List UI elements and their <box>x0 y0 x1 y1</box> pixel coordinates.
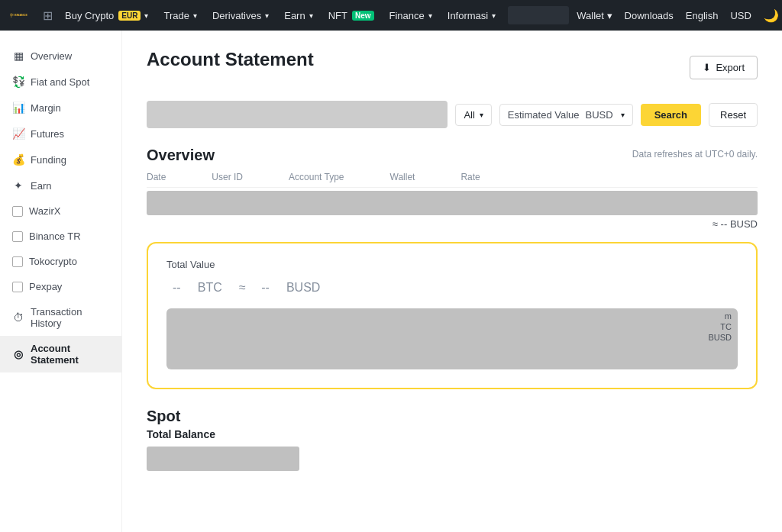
nav-derivatives[interactable]: Derivatives ▾ <box>206 10 275 21</box>
sidebar-item-overview[interactable]: ▦ Overview <box>0 43 121 69</box>
overview-row-placeholder <box>147 191 758 215</box>
total-value-data-placeholder <box>166 308 738 369</box>
svg-text:BINANCE: BINANCE <box>15 14 27 17</box>
sidebar-item-funding[interactable]: 💰 Funding <box>0 147 121 172</box>
futures-icon: 📈 <box>12 127 24 140</box>
search-button[interactable]: Search <box>641 104 701 126</box>
sidebar-item-label: Pexpay <box>29 281 62 292</box>
margin-icon: 📊 <box>12 102 24 114</box>
top-nav: BINANCE ⊞ Buy Crypto EUR ▾ Trade ▾ Deriv… <box>0 0 782 31</box>
busd-label: BUSD <box>286 281 320 294</box>
chevron-down-icon: ▾ <box>621 111 625 119</box>
spot-section: Spot Total Balance <box>147 408 758 471</box>
earn-icon: ✦ <box>12 179 24 192</box>
new-badge: New <box>352 11 374 21</box>
placeholder-m: m <box>725 311 732 321</box>
nav-right-group: Wallet ▾ Downloads English USD 🌙 <box>508 6 782 24</box>
export-button[interactable]: ⬇ Export <box>690 56 758 79</box>
nav-english[interactable]: English <box>681 10 723 21</box>
placeholder-tc: TC <box>720 322 732 331</box>
sidebar-item-pexpay[interactable]: Pexpay <box>0 274 121 299</box>
svg-marker-7 <box>11 16 11 17</box>
btc-label: BTC <box>198 281 222 294</box>
overview-table-header: Date User ID Account Type Wallet Rate <box>147 167 758 188</box>
nav-downloads[interactable]: Downloads <box>620 10 678 21</box>
chevron-icon: ▾ <box>144 11 148 20</box>
chevron-icon: ▾ <box>309 11 313 20</box>
btc-amount: -- <box>173 281 181 294</box>
sidebar-item-label: Tokocrypto <box>29 256 77 267</box>
overview-section-title: Overview <box>147 147 215 164</box>
approx-symbol: ≈ <box>239 281 249 294</box>
nav-trade[interactable]: Trade ▾ <box>157 10 202 21</box>
sidebar-item-label: Transaction History <box>31 306 109 329</box>
sidebar-item-label: Futures <box>31 128 64 140</box>
wazirx-icon <box>12 206 23 217</box>
estimated-value-filter[interactable]: Estimated Value BUSD ▾ <box>499 104 633 126</box>
sidebar-item-label: Earn <box>31 180 51 192</box>
data-refresh-note: Data refreshes at UTC+0 daily. <box>632 149 758 160</box>
nav-buy-crypto[interactable]: Buy Crypto EUR ▾ <box>59 10 154 21</box>
overview-icon: ▦ <box>12 50 24 62</box>
theme-toggle-icon[interactable]: 🌙 <box>759 8 782 23</box>
filter-row: All ▾ Estimated Value BUSD ▾ Search Rese… <box>147 101 758 128</box>
sidebar-item-futures[interactable]: 📈 Futures <box>0 121 121 147</box>
sidebar-item-earn[interactable]: ✦ Earn <box>0 172 121 198</box>
chevron-icon: ▾ <box>265 11 269 20</box>
sidebar: ▦ Overview 💱 Fiat and Spot 📊 Margin 📈 Fu… <box>0 31 122 532</box>
page-title: Account Statement <box>147 49 314 70</box>
overview-section: Overview Data refreshes at UTC+0 daily. … <box>147 147 758 230</box>
nav-earn[interactable]: Earn ▾ <box>278 10 318 21</box>
total-value-amount: -- BTC ≈ -- BUSD <box>166 276 738 296</box>
funding-icon: 💰 <box>12 153 24 166</box>
sidebar-item-label: Funding <box>31 154 66 166</box>
sidebar-item-margin[interactable]: 📊 Margin <box>0 95 121 121</box>
chevron-down-icon: ▾ <box>480 111 483 119</box>
filter-bar-placeholder <box>147 101 448 128</box>
pexpay-icon <box>12 282 23 292</box>
sidebar-item-transaction-history[interactable]: ⏱ Transaction History <box>0 299 121 336</box>
rate-approx-text: ≈ -- BUSD <box>147 218 758 230</box>
total-balance-label: Total Balance <box>147 428 758 440</box>
binance-tr-icon <box>12 231 23 242</box>
logo[interactable]: BINANCE <box>9 5 31 26</box>
nav-usd[interactable]: USD <box>725 10 755 21</box>
sidebar-item-fiat-and-spot[interactable]: 💱 Fiat and Spot <box>0 69 121 95</box>
transaction-history-icon: ⏱ <box>12 311 24 324</box>
chevron-icon: ▾ <box>492 11 496 20</box>
nav-nft[interactable]: NFT New <box>322 10 380 21</box>
chevron-icon: ▾ <box>428 11 432 20</box>
account-statement-icon: ◎ <box>12 348 24 360</box>
col-user-id: User ID <box>212 172 243 182</box>
sidebar-item-binance-tr[interactable]: Binance TR <box>0 224 121 249</box>
col-rate: Rate <box>460 172 480 182</box>
sidebar-item-label: Margin <box>31 102 61 114</box>
sidebar-item-account-statement[interactable]: ◎ Account Statement <box>0 336 121 372</box>
user-avatar[interactable] <box>508 6 569 24</box>
nav-finance[interactable]: Finance ▾ <box>383 10 438 21</box>
tokocrypto-icon <box>12 256 23 267</box>
spot-section-title: Spot <box>147 408 758 425</box>
sidebar-item-label: Fiat and Spot <box>31 76 89 88</box>
chevron-icon: ▾ <box>193 11 197 20</box>
sidebar-item-tokocrypto[interactable]: Tokocrypto <box>0 249 121 274</box>
spot-balance-placeholder <box>147 447 299 471</box>
fiat-spot-icon: 💱 <box>12 76 24 88</box>
grid-icon[interactable]: ⊞ <box>40 8 56 23</box>
total-value-card: Total Value -- BTC ≈ -- BUSD m TC BUSD <box>147 242 758 389</box>
svg-marker-5 <box>12 15 13 15</box>
export-icon: ⬇ <box>703 62 711 73</box>
col-wallet: Wallet <box>390 172 415 182</box>
all-filter-dropdown[interactable]: All ▾ <box>455 104 491 126</box>
sidebar-item-label: Overview <box>31 50 72 62</box>
sidebar-item-wazirx[interactable]: WazirX <box>0 198 121 224</box>
busd-amount: -- <box>261 281 270 294</box>
reset-button[interactable]: Reset <box>709 103 758 127</box>
col-account-type: Account Type <box>289 172 344 182</box>
main-content: Account Statement ⬇ Export All ▾ Estimat… <box>122 31 782 532</box>
placeholder-busd: BUSD <box>708 333 732 342</box>
page-header: Account Statement ⬇ Export <box>147 49 758 85</box>
nav-wallet[interactable]: Wallet ▾ <box>572 10 616 21</box>
sidebar-item-label: Binance TR <box>29 231 81 242</box>
nav-informasi[interactable]: Informasi ▾ <box>441 10 502 21</box>
